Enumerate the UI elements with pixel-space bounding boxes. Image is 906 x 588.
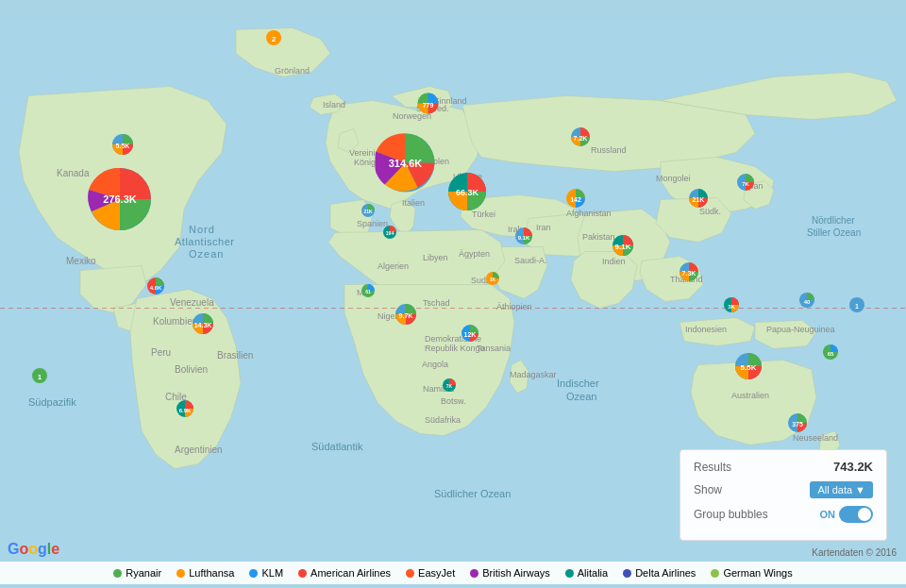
info-panel: Results 743.2K Show All data ▼ Group bub… — [680, 449, 887, 541]
british-label: British Airways — [482, 567, 550, 579]
bubble-east-asia: 21K — [688, 188, 709, 212]
svg-text:7.2K: 7.2K — [574, 135, 588, 142]
svg-text:Mongolei: Mongolei — [656, 174, 691, 183]
svg-text:Botsw.: Botsw. — [441, 396, 466, 406]
bubble-africa-west: 61 — [361, 283, 376, 302]
germanwings-label: German Wings — [723, 567, 792, 579]
svg-text:40: 40 — [804, 299, 811, 305]
svg-text:66.3K: 66.3K — [456, 188, 479, 197]
svg-text:4.6K: 4.6K — [150, 285, 162, 291]
svg-text:61: 61 — [365, 289, 371, 294]
svg-text:Algerien: Algerien — [378, 261, 409, 271]
svg-text:6.9K: 6.9K — [179, 408, 192, 413]
svg-text:3K: 3K — [728, 304, 735, 310]
svg-text:Russland: Russland — [591, 145, 627, 155]
svg-text:Tansania: Tansania — [477, 344, 511, 353]
svg-text:Grönland: Grönland — [275, 66, 310, 76]
bubble-africa-center: 9.7K — [394, 303, 417, 329]
bubble-africa-east: 12K — [461, 324, 479, 346]
svg-text:Nördlicher: Nördlicher — [812, 215, 855, 226]
svg-text:Pakistan: Pakistan — [582, 232, 615, 242]
svg-text:Nord: Nord — [189, 224, 215, 235]
bubble-greenland: 2 — [265, 29, 282, 50]
legend-item-delta: Delta Airlines — [623, 567, 696, 579]
svg-text:65: 65 — [828, 351, 834, 357]
lufthansa-dot — [176, 569, 185, 578]
bubble-europe-east: 66.3K — [447, 172, 487, 215]
svg-text:9.1K: 9.1K — [615, 243, 631, 251]
delta-label: Delta Airlines — [635, 567, 696, 579]
toggle-group-bubbles[interactable]: ON — [820, 506, 874, 523]
svg-text:7K: 7K — [446, 383, 453, 389]
results-label: Results — [694, 461, 731, 474]
svg-text:Papua-Neuguinea: Papua-Neuguinea — [766, 325, 835, 334]
svg-text:1: 1 — [38, 373, 42, 381]
svg-text:779: 779 — [423, 102, 434, 109]
toggle-track[interactable] — [839, 506, 873, 523]
bubble-south-pacific: 1 — [31, 367, 48, 388]
svg-text:Indonesien: Indonesien — [685, 325, 727, 334]
svg-text:Libyen: Libyen — [423, 253, 448, 262]
results-row: Results 743.2K — [694, 460, 873, 474]
legend-item-lufthansa: Lufthansa — [176, 567, 234, 579]
show-label: Show — [694, 483, 722, 496]
svg-text:Kanada: Kanada — [57, 168, 90, 178]
bubble-central-asia: 142 — [565, 188, 586, 212]
bubble-argentina: 6.9K — [176, 399, 194, 422]
ryanair-dot — [113, 569, 122, 578]
bubble-russia: 7.2K — [570, 126, 591, 151]
svg-text:375: 375 — [792, 421, 803, 428]
germanwings-dot — [711, 569, 719, 578]
svg-text:Ozean: Ozean — [566, 391, 596, 402]
toggle-thumb — [858, 508, 871, 521]
group-bubbles-label: Group bubbles — [694, 508, 768, 521]
bubble-pacific-3: 40 — [798, 292, 815, 312]
legend-item-alitalia: Alitalia — [565, 567, 608, 579]
legend-item-british: British Airways — [470, 567, 550, 579]
bubble-canada: 5.5K — [111, 133, 134, 160]
bubble-spain: 21K — [361, 203, 376, 222]
british-dot — [470, 569, 478, 578]
svg-text:2: 2 — [272, 35, 277, 43]
bubble-japan: 7K — [736, 173, 755, 195]
bubble-australia: 5.5K — [734, 352, 763, 384]
svg-text:Südatlantik: Südatlantik — [311, 441, 363, 452]
bubble-middle-east: 9.1K — [514, 227, 533, 249]
american-label: American Airlines — [310, 567, 391, 579]
kartendaten: Kartendaten © 2016 — [812, 547, 897, 558]
ryanair-label: Ryanair — [126, 567, 161, 579]
alitalia-label: Alitalia — [578, 567, 608, 579]
svg-text:Südpazifik: Südpazifik — [28, 396, 76, 408]
legend-item-ryanair: Ryanair — [113, 567, 161, 579]
bubble-pacific-1: 1 — [848, 296, 865, 317]
show-value: All data — [817, 484, 852, 496]
svg-text:Mexiko: Mexiko — [66, 256, 96, 266]
toggle-on-text: ON — [820, 509, 836, 520]
bubble-brazil: 14.3K — [192, 312, 214, 339]
svg-text:Madagaskar: Madagaskar — [510, 370, 557, 379]
group-bubbles-row: Group bubbles ON — [694, 506, 873, 523]
svg-text:Südafrika: Südafrika — [425, 415, 461, 425]
bubble-south-asia: 9.1K — [612, 234, 634, 260]
svg-text:Peru: Peru — [151, 347, 171, 358]
lufthansa-label: Lufthansa — [189, 567, 234, 579]
svg-text:Argentinien: Argentinien — [175, 445, 223, 455]
bubble-africa-sub: 1K — [485, 271, 500, 290]
bubble-north-america: 276.3K — [87, 166, 153, 236]
svg-text:Australien: Australien — [731, 391, 769, 400]
svg-text:7.3K: 7.3K — [682, 270, 696, 277]
svg-text:Saudi-A.: Saudi-A. — [514, 256, 547, 265]
bubble-scandinavia: 779 — [417, 92, 441, 120]
svg-text:9.7K: 9.7K — [399, 312, 413, 319]
legend-item-easyjet: EasyJet — [406, 567, 455, 579]
legend-item-american: American Airlines — [298, 567, 391, 579]
svg-text:Italien: Italien — [402, 198, 425, 208]
svg-text:1K: 1K — [490, 277, 496, 282]
svg-text:21K: 21K — [693, 196, 705, 203]
svg-text:Indischer: Indischer — [557, 378, 599, 389]
all-data-button[interactable]: All data ▼ — [810, 481, 873, 498]
easyjet-label: EasyJet — [418, 567, 455, 579]
svg-text:Tschad: Tschad — [423, 298, 450, 308]
bubble-pacific-2: 65 — [822, 344, 839, 364]
map-container: Kanada Mexiko Venezuela Kolumbien Peru B… — [0, 0, 906, 588]
